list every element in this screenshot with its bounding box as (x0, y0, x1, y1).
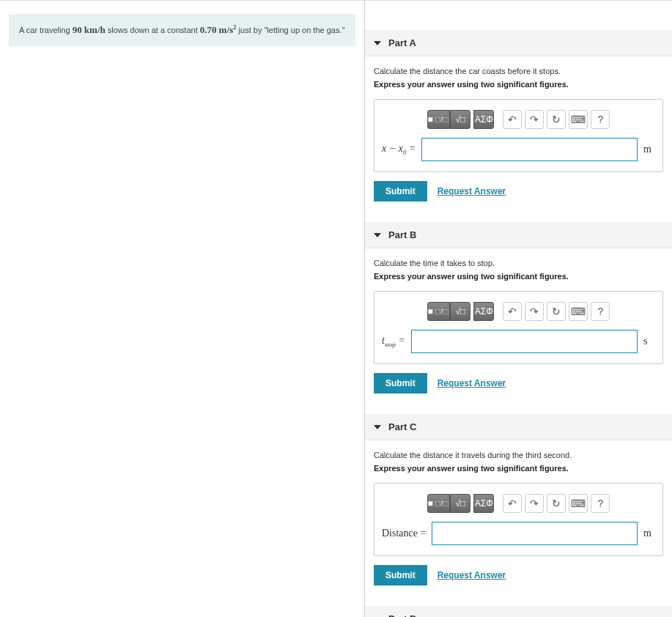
prompt-mid: slows down at a constant (106, 26, 200, 34)
redo-icon[interactable]: ↷ (525, 110, 544, 129)
undo-icon[interactable]: ↶ (503, 302, 522, 321)
part-a-instruction: Calculate the distance the car coasts be… (374, 67, 663, 75)
part-b-actions: Submit Request Answer (374, 373, 663, 394)
help-icon[interactable]: ? (591, 110, 610, 129)
part-b-unit: s (643, 336, 655, 347)
prompt-accel: 0.70 (200, 24, 217, 35)
greek-button[interactable]: ΑΣΦ (473, 302, 494, 321)
left-pane: A car traveling 90 km/h slows down at a … (0, 1, 364, 617)
redo-icon[interactable]: ↷ (525, 302, 544, 321)
part-c-instruction: Calculate the distance it travels during… (374, 451, 663, 459)
submit-button[interactable]: Submit (374, 565, 427, 585)
prompt-speed: 90 (73, 24, 82, 35)
template-button[interactable]: ■⬚/⬚ (427, 110, 451, 129)
part-c-unit: m (643, 528, 655, 539)
part-a-unit: m (643, 144, 655, 155)
part-a-answer-box: ■⬚/⬚ √□ ΑΣΦ ↶ ↷ ↻ ⌨ ? x − x0 = m (374, 99, 663, 172)
prompt-suffix: just by "letting up on the gas." (237, 26, 345, 34)
chevron-down-icon (374, 41, 381, 45)
fraction-icon: ⬚/⬚ (435, 500, 450, 507)
part-a-input-row: x − x0 = m (382, 138, 655, 161)
part-a-body: Calculate the distance the car coasts be… (365, 56, 672, 209)
request-answer-link[interactable]: Request Answer (437, 570, 506, 580)
prompt-prefix: A car traveling (19, 26, 73, 34)
template-button[interactable]: ■⬚/⬚ (427, 494, 451, 513)
part-b-input-row: tstop = s (382, 330, 655, 353)
undo-icon[interactable]: ↶ (503, 494, 522, 513)
part-b-answer-box: ■⬚/⬚ √□ ΑΣΦ ↶ ↷ ↻ ⌨ ? tstop = s (374, 291, 663, 364)
reset-icon[interactable]: ↻ (547, 494, 566, 513)
problem-prompt: A car traveling 90 km/h slows down at a … (9, 14, 355, 46)
submit-button[interactable]: Submit (374, 373, 427, 394)
sqrt-button[interactable]: √□ (450, 302, 470, 321)
part-c-title: Part C (388, 421, 416, 432)
part-c-answer-input[interactable] (432, 522, 638, 545)
part-c-variable-label: Distance = (382, 528, 426, 539)
part-b-header[interactable]: Part B (365, 222, 672, 248)
part-b-title: Part B (388, 229, 416, 240)
submit-button[interactable]: Submit (374, 181, 427, 202)
keyboard-icon[interactable]: ⌨ (569, 494, 588, 513)
part-d-title: Part D (388, 613, 416, 617)
sqrt-button[interactable]: √□ (450, 494, 470, 513)
request-answer-link[interactable]: Request Answer (437, 378, 506, 388)
reset-icon[interactable]: ↻ (547, 302, 566, 321)
fraction-icon: ⬚/⬚ (435, 308, 450, 315)
part-a-toolbar: ■⬚/⬚ √□ ΑΣΦ ↶ ↷ ↻ ⌨ ? (382, 110, 655, 129)
part-b-body: Calculate the time it takes to stop. Exp… (365, 248, 672, 401)
part-a-header[interactable]: Part A (365, 30, 672, 56)
prompt-accel-unit: m/s2 (219, 24, 237, 35)
chevron-down-icon (374, 425, 381, 429)
part-b-instruction: Calculate the time it takes to stop. (374, 259, 663, 267)
part-b-toolbar: ■⬚/⬚ √□ ΑΣΦ ↶ ↷ ↻ ⌨ ? (382, 302, 655, 321)
greek-button[interactable]: ΑΣΦ (473, 494, 494, 513)
part-c-answer-box: ■⬚/⬚ √□ ΑΣΦ ↶ ↷ ↻ ⌨ ? Distance = (374, 483, 663, 556)
reset-icon[interactable]: ↻ (547, 110, 566, 129)
part-c-header[interactable]: Part C (365, 414, 672, 440)
fraction-icon: ⬚/⬚ (435, 116, 450, 123)
help-icon[interactable]: ? (591, 302, 610, 321)
keyboard-icon[interactable]: ⌨ (569, 110, 588, 129)
part-a-actions: Submit Request Answer (374, 181, 663, 202)
part-a-variable-label: x − x0 = (382, 143, 416, 156)
sqrt-button[interactable]: √□ (450, 110, 470, 129)
part-a-answer-input[interactable] (421, 138, 638, 161)
part-a-title: Part A (388, 37, 416, 48)
part-c-instruction-bold: Express your answer using two significan… (374, 464, 663, 473)
part-c-input-row: Distance = m (382, 522, 655, 545)
part-a-instruction-bold: Express your answer using two significan… (374, 80, 663, 89)
redo-icon[interactable]: ↷ (525, 494, 544, 513)
part-b-answer-input[interactable] (411, 330, 638, 353)
part-c-toolbar: ■⬚/⬚ √□ ΑΣΦ ↶ ↷ ↻ ⌨ ? (382, 494, 655, 513)
template-button[interactable]: ■⬚/⬚ (427, 302, 451, 321)
part-d-header[interactable]: Part D (365, 606, 672, 617)
help-icon[interactable]: ? (591, 494, 610, 513)
part-b-instruction-bold: Express your answer using two significan… (374, 272, 663, 281)
undo-icon[interactable]: ↶ (503, 110, 522, 129)
prompt-speed-unit: km/h (84, 24, 106, 35)
request-answer-link[interactable]: Request Answer (437, 186, 506, 196)
part-c-body: Calculate the distance it travels during… (365, 440, 672, 593)
keyboard-icon[interactable]: ⌨ (569, 302, 588, 321)
main-container: A car traveling 90 km/h slows down at a … (0, 0, 672, 617)
part-c-actions: Submit Request Answer (374, 565, 663, 585)
right-pane: Part A Calculate the distance the car co… (364, 1, 672, 617)
greek-button[interactable]: ΑΣΦ (473, 110, 494, 129)
chevron-down-icon (374, 233, 381, 237)
part-b-variable-label: tstop = (382, 335, 405, 348)
